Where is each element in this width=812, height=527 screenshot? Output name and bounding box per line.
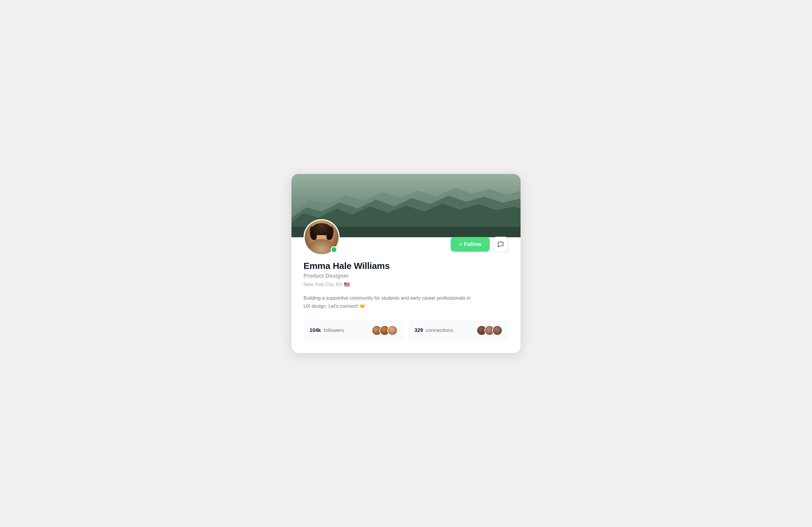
profile-name: Emma Hale Williams — [304, 261, 508, 271]
followers-count-label: 104k followers — [309, 327, 344, 333]
connections-count: 329 — [415, 327, 423, 333]
chat-bubble-icon — [497, 241, 504, 248]
online-status-dot — [331, 246, 337, 253]
profile-card: + Follow Emma Hale Williams Product Desi… — [291, 174, 521, 353]
avatar-row: + Follow — [304, 219, 508, 255]
followers-count: 104k — [309, 327, 321, 333]
profile-location: New York City, NY 🇺🇸 — [304, 282, 508, 287]
connections-label: connections — [426, 327, 453, 333]
connection-avatar-3 — [492, 325, 503, 336]
followers-stat-card: 104k followers — [304, 320, 404, 341]
followers-label: followers — [324, 327, 344, 333]
profile-title: Product Designer — [304, 273, 508, 279]
action-buttons: + Follow — [451, 237, 508, 255]
connections-avatar-group — [477, 325, 503, 336]
profile-bio: Building a supportive community for stud… — [304, 294, 478, 310]
stats-row: 104k followers 329 connections — [304, 320, 508, 341]
connections-stat-card: 329 connections — [408, 320, 508, 341]
follow-button[interactable]: + Follow — [451, 237, 490, 252]
profile-body: + Follow Emma Hale Williams Product Desi… — [291, 219, 521, 353]
hair-top — [312, 223, 331, 235]
avatar-wrapper — [304, 219, 340, 255]
follower-avatar-3 — [387, 325, 397, 336]
connections-count-label: 329 connections — [415, 327, 453, 333]
message-button[interactable] — [493, 237, 508, 252]
followers-avatar-group — [372, 325, 397, 336]
